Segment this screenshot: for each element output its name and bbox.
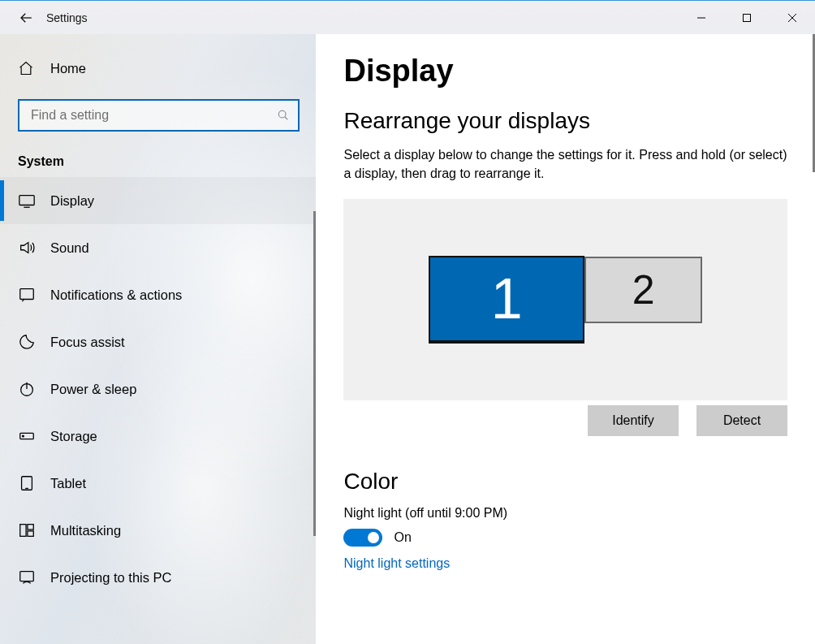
search-box[interactable] xyxy=(18,99,300,132)
svg-point-13 xyxy=(23,435,24,437)
svg-rect-17 xyxy=(28,525,33,529)
display-arrangement-area[interactable]: 1 2 xyxy=(343,199,787,400)
sidebar: Home System Display xyxy=(0,34,316,644)
sidebar-item-label: Tablet xyxy=(50,476,86,491)
notifications-icon xyxy=(18,286,41,304)
maximize-button[interactable] xyxy=(724,1,770,35)
sidebar-item-label: Multitasking xyxy=(50,523,121,538)
sidebar-category: System xyxy=(18,154,316,169)
night-light-label: Night light (off until 9:00 PM) xyxy=(343,506,787,521)
svg-rect-19 xyxy=(20,572,34,581)
night-light-toggle[interactable] xyxy=(343,529,382,547)
title-bar: Settings xyxy=(0,0,815,34)
minimize-button[interactable] xyxy=(679,1,724,35)
svg-rect-16 xyxy=(20,525,26,537)
night-light-state: On xyxy=(394,530,411,545)
sidebar-item-multitasking[interactable]: Multitasking xyxy=(0,507,316,554)
night-light-settings-link[interactable]: Night light settings xyxy=(343,556,450,570)
sidebar-item-notifications[interactable]: Notifications & actions xyxy=(0,271,316,318)
svg-rect-9 xyxy=(20,289,34,300)
sidebar-item-display[interactable]: Display xyxy=(0,177,316,224)
monitor-2[interactable]: 2 xyxy=(584,257,702,323)
sidebar-item-label: Storage xyxy=(50,429,97,444)
rearrange-description: Select a display below to change the set… xyxy=(343,145,787,183)
sidebar-item-focus-assist[interactable]: Focus assist xyxy=(0,318,316,365)
projecting-icon xyxy=(18,568,41,586)
page-title: Display xyxy=(343,54,787,89)
sidebar-home[interactable]: Home xyxy=(0,44,316,93)
detect-button[interactable]: Detect xyxy=(696,405,787,436)
svg-line-6 xyxy=(285,117,287,119)
tablet-icon xyxy=(18,474,41,492)
storage-icon xyxy=(18,427,41,445)
sidebar-item-sound[interactable]: Sound xyxy=(0,224,316,271)
sound-icon xyxy=(18,239,41,257)
sidebar-item-label: Notifications & actions xyxy=(50,287,182,303)
search-icon xyxy=(277,109,290,122)
identify-button[interactable]: Identify xyxy=(588,405,679,436)
sidebar-item-tablet[interactable]: Tablet xyxy=(0,460,316,507)
main-pane: Display Rearrange your displays Select a… xyxy=(316,34,815,644)
sidebar-item-label: Sound xyxy=(50,240,89,256)
multitasking-icon xyxy=(18,521,41,539)
color-heading: Color xyxy=(343,469,787,495)
close-button[interactable] xyxy=(770,1,815,35)
sidebar-item-label: Display xyxy=(50,193,94,209)
sidebar-item-storage[interactable]: Storage xyxy=(0,413,316,460)
display-icon xyxy=(18,192,41,210)
sidebar-item-power-sleep[interactable]: Power & sleep xyxy=(0,365,316,413)
svg-rect-18 xyxy=(28,531,33,536)
svg-rect-7 xyxy=(19,196,34,205)
svg-rect-2 xyxy=(744,15,751,22)
sidebar-item-projecting[interactable]: Projecting to this PC xyxy=(0,554,316,601)
focus-assist-icon xyxy=(18,333,41,351)
search-input[interactable] xyxy=(29,107,277,123)
sidebar-item-label: Power & sleep xyxy=(50,382,136,397)
home-icon xyxy=(18,60,41,76)
sidebar-nav: Display Sound Notifications & actions xyxy=(0,177,316,601)
monitor-1[interactable]: 1 xyxy=(429,256,584,344)
power-icon xyxy=(18,380,41,398)
sidebar-home-label: Home xyxy=(50,61,86,76)
back-button[interactable] xyxy=(17,9,35,27)
window-controls xyxy=(679,1,815,35)
sidebar-item-label: Focus assist xyxy=(50,335,125,350)
svg-point-5 xyxy=(279,110,287,118)
window-title: Settings xyxy=(46,11,88,24)
sidebar-item-label: Projecting to this PC xyxy=(50,570,171,586)
rearrange-heading: Rearrange your displays xyxy=(343,108,787,134)
